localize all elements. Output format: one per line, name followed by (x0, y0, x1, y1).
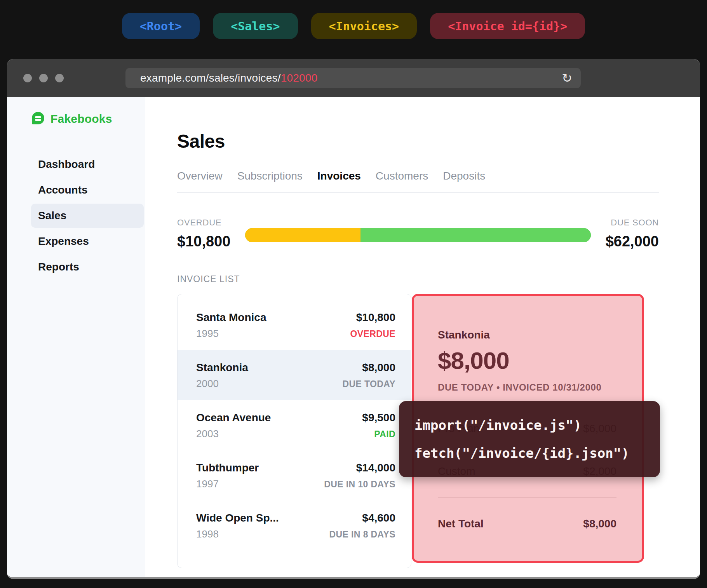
detail-meta: DUE TODAY • INVOICED 10/31/2000 (438, 382, 616, 393)
sidebar-nav: Dashboard Accounts Sales Expenses Report… (31, 152, 145, 279)
window-minimize-button[interactable] (39, 74, 48, 82)
tab-invoices[interactable]: Invoices (317, 170, 361, 182)
sidebar-item-reports[interactable]: Reports (31, 255, 144, 279)
invoice-amount: $9,500 (362, 412, 395, 424)
invoice-area: Santa Monica$10,800 1995OVERDUE Stankoni… (177, 294, 659, 568)
url-invoice-id: 102000 (281, 72, 318, 84)
invoice-amount: $10,800 (356, 311, 395, 324)
due-soon-label: DUE SOON (606, 218, 659, 228)
tab-subscriptions[interactable]: Subscriptions (237, 170, 303, 182)
invoice-amount: $4,600 (362, 512, 395, 524)
detail-amount: $8,000 (438, 347, 616, 374)
invoice-name: Wide Open Sp... (196, 512, 279, 524)
url-bar[interactable]: example.com/sales/invoices/102000 ↻ (125, 68, 581, 88)
main-panel: Sales Overview Subscriptions Invoices Cu… (145, 97, 700, 579)
tab-overview[interactable]: Overview (177, 170, 223, 182)
brand[interactable]: Fakebooks (31, 111, 145, 127)
invoice-row-wide-open-spaces[interactable]: Wide Open Sp...$4,600 1998DUE IN 8 DAYS (178, 500, 411, 550)
sidebar: Fakebooks Dashboard Accounts Sales Expen… (7, 97, 145, 579)
overdue-summary: OVERDUE $10,800 (177, 218, 230, 250)
detail-total-row: Net Total $8,000 (438, 518, 616, 530)
invoice-list: Santa Monica$10,800 1995OVERDUE Stankoni… (177, 294, 411, 568)
tab-deposits[interactable]: Deposits (443, 170, 485, 182)
tabs-divider (177, 192, 659, 193)
route-badge-root[interactable]: <Root> (122, 13, 200, 39)
progress-bar-overdue-segment (245, 228, 360, 242)
due-soon-amount: $62,000 (606, 233, 659, 250)
tab-customers[interactable]: Customers (376, 170, 428, 182)
invoice-status: PAID (374, 429, 395, 440)
due-progress-bar (245, 228, 590, 242)
invoice-status: DUE IN 8 DAYS (329, 529, 395, 540)
app-content: Fakebooks Dashboard Accounts Sales Expen… (7, 97, 700, 579)
invoice-status: DUE TODAY (342, 379, 395, 389)
invoice-year: 1995 (196, 328, 219, 340)
invoice-amount: $14,000 (356, 462, 395, 474)
route-badge-invoices[interactable]: <Invoices> (311, 13, 417, 39)
detail-divider (438, 497, 616, 497)
page-title: Sales (177, 131, 659, 152)
invoice-list-label: INVOICE LIST (177, 274, 659, 284)
route-badge-invoice-id[interactable]: <Invoice id={id}> (430, 13, 585, 39)
invoice-amount: $8,000 (362, 361, 395, 374)
invoice-name: Stankonia (196, 361, 248, 374)
invoices-summary: OVERDUE $10,800 DUE SOON $62,000 (177, 218, 659, 250)
code-line-import: import("/invoice.js") (414, 411, 644, 439)
invoice-row-santa-monica[interactable]: Santa Monica$10,800 1995OVERDUE (178, 300, 411, 350)
invoice-year: 1997 (196, 478, 219, 490)
browser-titlebar: example.com/sales/invoices/102000 ↻ (7, 59, 700, 97)
invoice-year: 2000 (196, 378, 219, 390)
screenshot-stage: <Root> <Sales> <Invoices> <Invoice id={i… (0, 0, 707, 588)
sidebar-item-sales[interactable]: Sales (31, 204, 144, 228)
sidebar-item-accounts[interactable]: Accounts (31, 178, 144, 202)
browser-window: example.com/sales/invoices/102000 ↻ Fake… (7, 59, 700, 579)
detail-customer-name: Stankonia (438, 329, 616, 341)
url-prefix: example.com/sales/invoices/ (140, 72, 281, 84)
invoice-row-ocean-avenue[interactable]: Ocean Avenue$9,500 2003PAID (178, 400, 411, 450)
invoice-row-stankonia[interactable]: Stankonia$8,000 2000DUE TODAY (178, 350, 411, 400)
url-text: example.com/sales/invoices/102000 (140, 72, 317, 84)
route-badges-row: <Root> <Sales> <Invoices> <Invoice id={i… (0, 13, 707, 39)
invoice-name: Ocean Avenue (196, 412, 271, 424)
net-total-amount: $8,000 (583, 518, 616, 530)
invoice-status: DUE IN 10 DAYS (324, 479, 395, 490)
window-controls (23, 59, 64, 97)
fakebooks-logo-icon (31, 111, 45, 127)
invoice-year: 2003 (196, 428, 219, 440)
code-tooltip: import("/invoice.js") fetch("/invoice/{i… (399, 401, 660, 477)
due-soon-summary: DUE SOON $62,000 (606, 218, 659, 250)
progress-bar-due-soon-segment (360, 228, 590, 242)
overdue-label: OVERDUE (177, 218, 230, 228)
brand-name: Fakebooks (50, 112, 112, 126)
invoice-name: Santa Monica (196, 311, 266, 324)
code-line-fetch: fetch("/invoice/{id}.json") (414, 439, 644, 467)
invoice-year: 1998 (196, 528, 219, 540)
reload-icon[interactable]: ↻ (562, 72, 572, 84)
route-badge-sales[interactable]: <Sales> (213, 13, 298, 39)
overdue-amount: $10,800 (177, 233, 230, 250)
sidebar-item-expenses[interactable]: Expenses (31, 229, 144, 253)
window-close-button[interactable] (23, 74, 32, 82)
net-total-label: Net Total (438, 518, 484, 530)
invoice-name: Tubthumper (196, 462, 259, 474)
invoice-row-tubthumper[interactable]: Tubthumper$14,000 1997DUE IN 10 DAYS (178, 450, 411, 500)
window-zoom-button[interactable] (55, 74, 64, 82)
invoice-status: OVERDUE (350, 329, 395, 339)
sidebar-item-dashboard[interactable]: Dashboard (31, 152, 144, 176)
tabs: Overview Subscriptions Invoices Customer… (177, 170, 659, 182)
